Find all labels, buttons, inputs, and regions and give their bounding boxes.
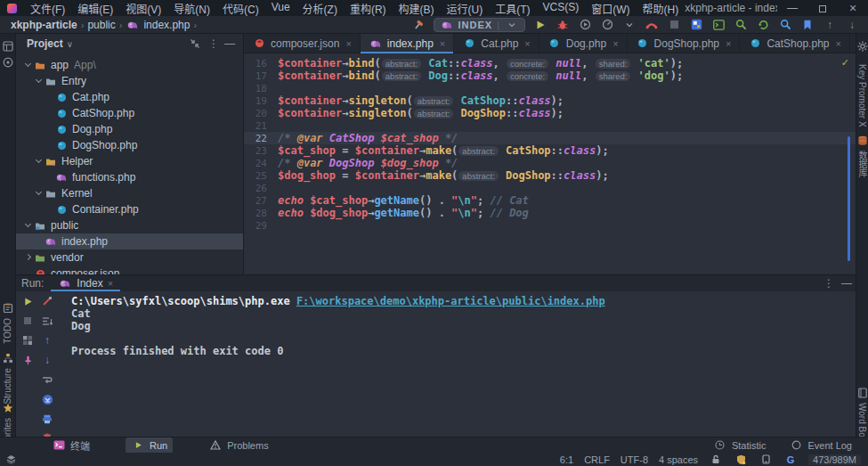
tree-item-functions-php[interactable]: functions.php [16,169,243,185]
sort-icon[interactable] [41,315,53,327]
run-config-selector[interactable]: INDEX| [434,18,525,32]
google-g-icon[interactable]: G [783,453,798,466]
toolwindow-terminal[interactable]: 终端 [46,437,95,454]
toolwindow-run[interactable]: Run [126,437,173,454]
toolwindow-problems[interactable]: Problems [203,437,273,454]
search-button[interactable] [734,18,748,32]
tree-item-catshop-php[interactable]: CatShop.php [16,105,243,121]
tree-item-kernel[interactable]: Kernel [16,185,243,201]
status-crlf[interactable]: CRLF [584,454,610,465]
tree-open-chevron-icon[interactable] [23,220,34,231]
minimize-button[interactable]: — [777,0,807,16]
shield-yellow-icon[interactable] [734,453,748,466]
stripe-todo[interactable]: TODO [0,301,15,344]
device-icon[interactable] [758,453,773,466]
stripe-item[interactable]: 数据库 [856,134,868,177]
navigate-up-button[interactable]: ↑ [823,18,837,32]
hide-panel-icon[interactable]: — [222,37,238,50]
tab-catshop-php[interactable]: CatShop.php× [740,34,850,53]
scrollend-icon[interactable] [41,393,53,405]
tab-close-icon[interactable]: × [108,278,113,289]
tab-close-icon[interactable]: × [612,38,618,49]
console-output[interactable]: C:\Users\syfxl\scoop\shims\php.exe F:\wo… [71,295,848,357]
stripe-commit-view[interactable] [0,55,15,69]
tab-dogshop-php[interactable]: DogShop.php× [628,34,741,53]
tree-item-vendor[interactable]: vendor [16,249,243,266]
stripe-project-view[interactable] [0,39,15,53]
coverage-button[interactable] [578,18,592,32]
menu-z[interactable]: 分析(Z) [296,0,344,17]
pin-pink-icon[interactable] [21,354,34,366]
menu-f[interactable]: 文件(F) [24,0,71,17]
tree-item-cat-php[interactable]: Cat.php [16,89,243,105]
tree-item-index-php[interactable]: index.php [16,233,243,249]
run-button[interactable] [533,18,548,32]
menu-b[interactable]: 构建(B) [393,0,441,17]
tab-close-icon[interactable]: × [440,38,445,49]
grid-icon[interactable] [21,334,34,347]
tab-close-icon[interactable]: × [524,38,530,49]
debug-button[interactable] [556,18,570,32]
menu-u[interactable]: 运行(U) [441,0,490,17]
softwrap-icon[interactable] [41,373,53,386]
lock-icon[interactable] [709,453,723,466]
tab-close-icon[interactable]: × [345,38,351,49]
menu-w[interactable]: 窗口(W) [585,0,636,17]
tab-cat-php[interactable]: Cat.php× [454,34,539,53]
stripe-structure[interactable]: Structure [0,351,15,405]
breadcrumb-item-public[interactable]: public [87,19,115,31]
tree-open-chevron-icon[interactable] [34,156,45,167]
bookmark-button[interactable] [800,18,815,32]
hammer-icon[interactable] [411,18,426,32]
menu-e[interactable]: 编辑(E) [71,0,119,17]
console-file-link[interactable]: F:\workspace\demo\xkphp-article\public\i… [296,295,605,307]
inspection-ok-icon[interactable]: ✓ [841,57,849,69]
chevron-down-icon[interactable]: ∨ [67,39,73,49]
menu-c[interactable]: 代码(C) [216,0,265,17]
toolwindow-statistic[interactable]: Statistic [708,437,772,454]
arrow-up-icon[interactable]: ↑ [41,334,53,347]
kebab-menu-icon[interactable]: ⋮ [206,37,222,50]
terminal-button[interactable] [711,18,726,32]
stripe-settings[interactable] [856,39,868,53]
status-utf-8[interactable]: UTF-8 [621,454,648,465]
tree-open-chevron-icon[interactable] [23,60,34,70]
toolwindow-event-log[interactable]: Event Log [783,437,857,454]
tree-item-composer-json[interactable]: composer.json [16,266,243,274]
replace-button[interactable] [756,18,770,32]
code-editor[interactable]: 16$container→bind(abstract: Cat::class, … [244,53,856,232]
arrow-down-icon[interactable]: ↓ [41,354,53,366]
phone-listener-button[interactable] [645,18,659,32]
menu-v[interactable]: 视图(V) [119,0,167,17]
brush-red-icon[interactable] [41,295,53,307]
rerun-icon[interactable] [21,295,34,307]
tab-dog-php[interactable]: Dog.php× [539,34,628,53]
tree-item-container-php[interactable]: Container.php [16,201,243,217]
tree-item-app[interactable]: appApp\ [16,57,243,73]
tab-composer-json[interactable]: composer.json× [244,34,361,53]
menu-r[interactable]: 重构(R) [344,0,393,17]
run-tab-index[interactable]: Index× [51,275,120,291]
status-6-1[interactable]: 6:1 [560,454,573,465]
tab-close-icon[interactable]: × [726,38,731,49]
scrollbar-change-marker[interactable] [848,136,850,261]
tree-item-public[interactable]: public [16,217,243,233]
maximize-button[interactable] [807,0,838,16]
close-button[interactable]: × [838,0,868,17]
breadcrumb-item-index-php[interactable]: index.php [126,18,190,32]
hide-panel-icon[interactable]: — [838,275,856,291]
menu-vcs-s[interactable]: VCS(S) [537,0,586,17]
tree-open-chevron-icon[interactable] [34,76,45,86]
menu-t[interactable]: 工具(T) [489,0,536,17]
stop-gray-sm-icon[interactable] [21,315,34,327]
stripe-key-promoter-x[interactable]: Key Promoter X [856,64,868,127]
status-4-spaces[interactable]: 4 spaces [659,454,698,465]
menu-n[interactable]: 导航(N) [167,0,216,17]
memory-indicator[interactable]: 473/989M [808,454,861,465]
profiler-button[interactable] [600,18,614,32]
tab-close-icon[interactable]: × [835,38,840,49]
stop-button[interactable] [667,18,681,32]
tree-closed-chevron-icon[interactable] [23,252,34,263]
tree-item-helper[interactable]: Helper [16,153,243,169]
settings-sync-button[interactable] [689,18,703,32]
